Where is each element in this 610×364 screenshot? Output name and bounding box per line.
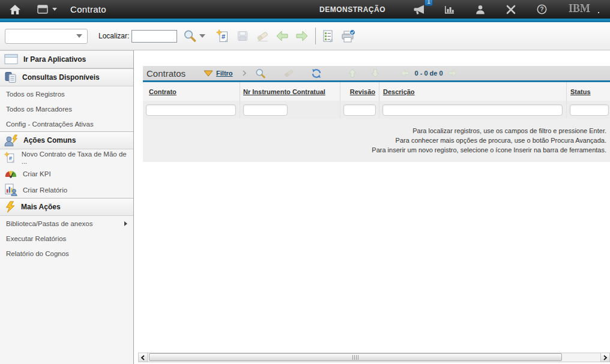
help-line: Para inserir um novo registro, selecione… bbox=[143, 145, 606, 155]
help-line: Para localizar registros, use os campos … bbox=[143, 126, 606, 136]
search-icon bbox=[183, 29, 197, 43]
advanced-search-button[interactable] bbox=[255, 67, 267, 79]
previous-record-button[interactable] bbox=[274, 28, 290, 44]
goto-combobox[interactable] bbox=[5, 29, 88, 44]
find-input[interactable] bbox=[131, 30, 177, 43]
print-button[interactable] bbox=[340, 28, 355, 44]
contracts-table-panel: Contratos Filtro bbox=[143, 66, 610, 162]
sidebar-section-label: Ir Para Aplicativos bbox=[23, 55, 86, 64]
sidebar-item-novo-contrato[interactable]: # Novo Contrato de Taxa de Mão de ... bbox=[0, 149, 133, 166]
close-icon bbox=[506, 5, 516, 14]
queries-icon bbox=[4, 71, 17, 83]
new-record-icon: # bbox=[216, 29, 230, 43]
next-page-icon bbox=[448, 69, 457, 77]
filter-input-nr-instrumento[interactable] bbox=[243, 104, 288, 116]
home-icon[interactable] bbox=[7, 2, 23, 17]
applications-menu-button[interactable] bbox=[37, 5, 57, 14]
submenu-arrow-icon bbox=[124, 221, 127, 226]
record-toolbar: Localizar: # bbox=[0, 22, 610, 50]
table-title: Contratos bbox=[146, 68, 186, 79]
sidebar-item-todos-os-registros[interactable]: Todos os Registros bbox=[0, 86, 133, 101]
list-view-button[interactable] bbox=[320, 28, 336, 44]
reports-button[interactable] bbox=[442, 2, 458, 17]
scroll-left-button[interactable] bbox=[139, 353, 148, 362]
advanced-search-icon bbox=[255, 68, 266, 79]
horizontal-scrollbar[interactable] bbox=[138, 353, 610, 362]
save-button[interactable] bbox=[235, 28, 250, 44]
chevron-down-icon bbox=[52, 8, 57, 11]
sidebar-item-biblioteca-pastas-de-anexos[interactable]: Biblioteca/Pastas de anexos bbox=[0, 216, 133, 231]
sidebar-item-label: Relatório do Cognos bbox=[6, 250, 69, 257]
next-record-icon bbox=[295, 30, 309, 42]
help-button[interactable]: ? bbox=[534, 2, 549, 17]
column-header-status[interactable]: Status bbox=[567, 82, 610, 101]
sidebar-section-more-actions[interactable]: Mais Ações bbox=[0, 198, 133, 216]
ibm-logo: IBM bbox=[568, 3, 600, 16]
sidebar-item-label: Novo Contrato de Taxa de Mão de ... bbox=[22, 151, 127, 165]
move-up-icon bbox=[348, 68, 357, 78]
refresh-button[interactable] bbox=[310, 67, 322, 79]
move-down-button[interactable] bbox=[369, 67, 381, 79]
column-header-revisao[interactable]: Revisão bbox=[340, 82, 379, 101]
filter-input-descricao[interactable] bbox=[382, 104, 563, 116]
sidebar-item-relatorio-do-cognos[interactable]: Relatório do Cognos bbox=[0, 246, 133, 261]
previous-page-button[interactable] bbox=[399, 67, 411, 79]
search-options-caret[interactable] bbox=[199, 34, 205, 38]
person-lightning-icon bbox=[4, 134, 19, 146]
refresh-icon bbox=[311, 68, 322, 79]
filter-input-status[interactable] bbox=[570, 104, 609, 116]
find-label: Localizar: bbox=[98, 32, 129, 40]
sidebar-item-criar-relatorio[interactable]: Criar Relatório bbox=[0, 182, 133, 198]
sidebar-section-available-queries[interactable]: Consultas Disponíveis bbox=[0, 68, 133, 86]
pagination-label: 0 - 0 de 0 bbox=[415, 70, 443, 77]
profile-button[interactable] bbox=[473, 2, 488, 17]
user-icon bbox=[476, 5, 485, 14]
sidebar-item-todos-os-marcadores[interactable]: Todos os Marcadores bbox=[0, 101, 133, 116]
chevron-right-icon bbox=[242, 70, 247, 76]
move-up-button[interactable] bbox=[346, 67, 358, 79]
scroll-right-button[interactable] bbox=[600, 353, 609, 362]
logout-button[interactable] bbox=[503, 2, 519, 17]
filter-input-contrato[interactable] bbox=[146, 104, 236, 116]
sidebar-item-label: Todos os Marcadores bbox=[6, 106, 72, 113]
next-page-button[interactable] bbox=[447, 67, 459, 79]
applications-menu-icon bbox=[37, 5, 49, 14]
sidebar-item-criar-kpi[interactable]: Criar KPI bbox=[0, 166, 133, 182]
sidebar-item-label: Config - Contratações Ativas bbox=[6, 121, 94, 128]
sidebar-item-executar-relatorios[interactable]: Executar Relatórios bbox=[0, 231, 133, 246]
next-record-button[interactable] bbox=[294, 28, 310, 44]
clear-filter-button[interactable] bbox=[283, 67, 295, 79]
sidebar-section-go-to-applications[interactable]: Ir Para Aplicativos bbox=[0, 50, 133, 68]
sidebar-section-label: Consultas Disponíveis bbox=[22, 73, 100, 82]
sidebar-item-label: Executar Relatórios bbox=[6, 235, 66, 242]
sidebar-item-config-contratacoes-ativas[interactable]: Config - Contratações Ativas bbox=[0, 116, 133, 131]
reports-chart-icon bbox=[444, 5, 455, 14]
table-column-headers: Contrato Nr Instrumento Contratual Revis… bbox=[143, 82, 610, 101]
filter-link[interactable]: Filtro bbox=[216, 70, 233, 77]
new-record-button[interactable]: # bbox=[215, 28, 231, 44]
search-button[interactable] bbox=[182, 28, 198, 44]
help-line: Para conhecer mais opções de procura, us… bbox=[143, 136, 606, 145]
table-titlebar: Contratos Filtro bbox=[143, 66, 610, 82]
notification-badge: 1 bbox=[424, 0, 433, 6]
sidebar-section-common-actions[interactable]: Ações Comuns bbox=[0, 131, 133, 149]
column-header-nr-instrumento-contratual[interactable]: Nr Instrumento Contratual bbox=[240, 82, 340, 101]
scrollbar-thumb[interactable] bbox=[149, 353, 562, 361]
print-icon bbox=[340, 29, 355, 43]
clear-changes-button[interactable] bbox=[255, 28, 270, 44]
empty-table-help: Para localizar registros, use os campos … bbox=[143, 119, 610, 162]
sidebar-item-label: Criar Relatório bbox=[23, 186, 67, 194]
column-header-contrato[interactable]: Contrato bbox=[143, 82, 240, 101]
filter-triangle-icon bbox=[204, 70, 213, 77]
announcements-button[interactable]: 1 bbox=[411, 2, 427, 17]
scrollbar-grip bbox=[352, 355, 359, 360]
sidebar-section-label: Mais Ações bbox=[21, 203, 61, 211]
column-header-descricao[interactable]: Descrição bbox=[379, 82, 567, 101]
svg-text:#: # bbox=[222, 33, 225, 40]
sidebar-section-label: Ações Comuns bbox=[23, 136, 76, 145]
chevron-left-icon bbox=[140, 355, 145, 360]
app-window-icon bbox=[4, 54, 19, 65]
chevron-right-icon bbox=[603, 355, 608, 360]
filter-input-revisao[interactable] bbox=[343, 104, 376, 116]
chevron-down-icon bbox=[76, 34, 82, 38]
